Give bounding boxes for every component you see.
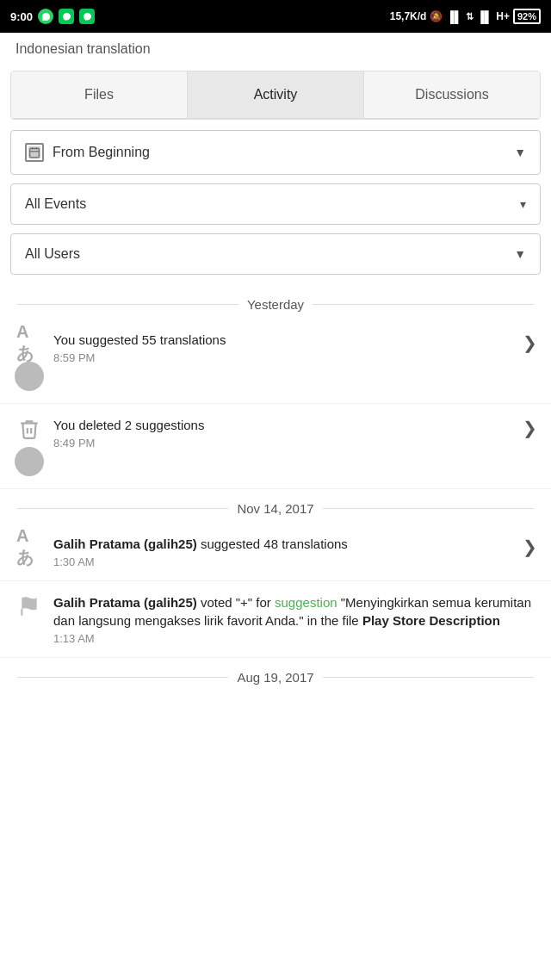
date-divider-aug19: Aug 19, 2017 xyxy=(0,658,551,692)
tabs-container: Files Activity Discussions xyxy=(10,71,541,120)
users-filter-dropdown[interactable]: All Users ▼ xyxy=(10,233,541,275)
avatar-1 xyxy=(15,362,44,391)
battery-icon: 92% xyxy=(513,9,541,24)
activity-icons-2 xyxy=(14,416,45,476)
activity-time-2: 8:49 PM xyxy=(53,437,514,450)
date-filter-dropdown[interactable]: From Beginning ▼ xyxy=(10,130,541,175)
signal-icon: ▐▌ xyxy=(446,10,461,23)
expand-chevron-3[interactable]: ❯ xyxy=(523,537,537,557)
delete-icon-2 xyxy=(16,416,42,442)
translate-icon-3: Aあ xyxy=(16,535,42,561)
status-left: 9:00 xyxy=(10,9,95,24)
date-filter-arrow: ▼ xyxy=(514,146,526,159)
activity-section: Yesterday Aあ You suggested 55 translatio… xyxy=(0,285,551,692)
activity-content-4: Galih Pratama (galih25) voted "+" for su… xyxy=(53,593,537,645)
activity-time-3: 1:30 AM xyxy=(53,555,514,568)
activity-time-4: 1:13 AM xyxy=(53,632,537,645)
status-bar: 9:00 15,7K/d 🔕 ▐▌ ⇅ ▐▌ H+ 92% xyxy=(0,0,551,33)
events-filter-label: All Events xyxy=(25,196,86,212)
activity-title-2: You deleted 2 suggestions xyxy=(53,416,514,434)
activity-icons-1: Aあ xyxy=(14,331,45,391)
tab-discussions[interactable]: Discussions xyxy=(364,71,540,118)
calendar-icon xyxy=(25,143,44,162)
tab-bar: Files Activity Discussions xyxy=(11,71,540,119)
events-filter-arrow: ▾ xyxy=(520,197,526,211)
data-icon: ⇅ xyxy=(466,11,474,22)
svg-rect-0 xyxy=(30,148,40,158)
status-right: 15,7K/d 🔕 ▐▌ ⇅ ▐▌ H+ 92% xyxy=(390,9,541,24)
page-subtitle: Indonesian translation xyxy=(15,41,536,57)
expand-chevron-1[interactable]: ❯ xyxy=(523,332,537,353)
events-filter-dropdown[interactable]: All Events ▾ xyxy=(10,183,541,225)
activity-title-3: Galih Pratama (galih25) suggested 48 tra… xyxy=(53,535,514,553)
activity-title-1: You suggested 55 translations xyxy=(53,331,514,349)
users-filter-arrow: ▼ xyxy=(514,247,526,261)
activity-item-2: You deleted 2 suggestions 8:49 PM ❯ xyxy=(0,404,551,489)
activity-item-1: Aあ You suggested 55 translations 8:59 PM… xyxy=(0,319,551,404)
data-speed: 15,7K/d xyxy=(390,10,427,22)
activity-item-3: Aあ Galih Pratama (galih25) suggested 48 … xyxy=(0,523,551,581)
activity-item-4: Galih Pratama (galih25) voted "+" for su… xyxy=(0,581,551,658)
tab-files[interactable]: Files xyxy=(11,71,188,118)
whatsapp-icon xyxy=(38,9,53,24)
flag-icon-4 xyxy=(16,593,42,619)
activity-content-1: You suggested 55 translations 8:59 PM xyxy=(53,331,514,364)
date-divider-nov14: Nov 14, 2017 xyxy=(0,489,551,523)
line2-icon xyxy=(79,9,95,24)
activity-icons-3: Aあ xyxy=(14,535,45,561)
page-header: Indonesian translation xyxy=(0,33,551,62)
users-filter-label: All Users xyxy=(25,246,80,262)
expand-chevron-2[interactable]: ❯ xyxy=(523,418,537,438)
status-time: 9:00 xyxy=(10,10,33,23)
activity-content-3: Galih Pratama (galih25) suggested 48 tra… xyxy=(53,535,514,568)
line-icon xyxy=(59,9,74,24)
activity-title-4: Galih Pratama (galih25) voted "+" for su… xyxy=(53,593,537,630)
mute-icon: 🔕 xyxy=(430,10,443,22)
signal2-icon: ▐▌ xyxy=(477,10,492,23)
activity-time-1: 8:59 PM xyxy=(53,351,514,364)
date-filter-label: From Beginning xyxy=(53,145,150,160)
date-divider-yesterday: Yesterday xyxy=(0,285,551,319)
avatar-2 xyxy=(15,447,44,476)
activity-content-2: You deleted 2 suggestions 8:49 PM xyxy=(53,416,514,450)
hplus-icon: H+ xyxy=(496,10,510,22)
activity-icons-4 xyxy=(14,593,45,619)
translate-icon-1: Aあ xyxy=(16,331,42,357)
tab-activity[interactable]: Activity xyxy=(188,71,364,118)
suggestion-link[interactable]: suggestion xyxy=(275,595,337,610)
filters-section: From Beginning ▼ All Events ▾ All Users … xyxy=(0,120,551,275)
